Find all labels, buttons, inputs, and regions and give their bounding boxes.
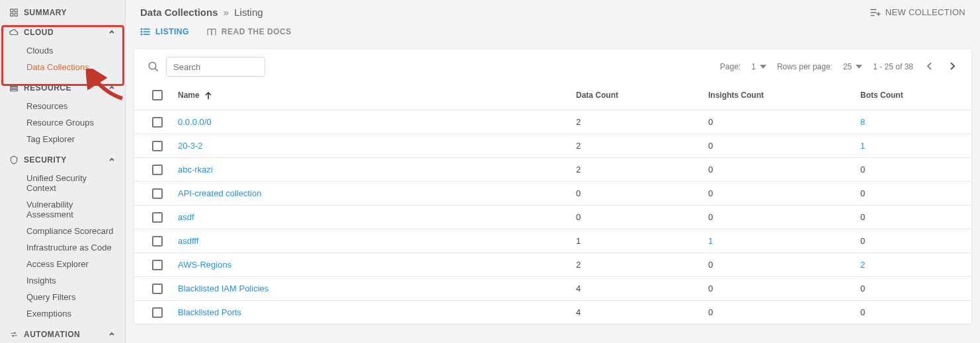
- sidebar-group-automation[interactable]: AUTOMATION: [0, 324, 125, 343]
- collection-name-link[interactable]: asdf: [178, 212, 194, 222]
- sidebar-item-data-collections[interactable]: Data Collections: [0, 59, 125, 75]
- collection-name-link[interactable]: asdfff: [178, 236, 198, 246]
- svg-rect-4: [11, 85, 18, 86]
- row-checkbox[interactable]: [152, 117, 163, 128]
- svg-rect-1: [15, 9, 17, 12]
- table-row: AWS-Regions202: [134, 252, 971, 276]
- bots-count-value[interactable]: 2: [860, 260, 865, 270]
- sidebar-item-vulnerability-assessment[interactable]: Vulnerability Assessment: [0, 196, 125, 223]
- listing-panel: Page: 1 Rows per page: 25 1 - 25 of 38: [134, 48, 972, 324]
- table-row: API-created collection000: [134, 181, 971, 205]
- collection-name-link[interactable]: 20-3-2: [178, 141, 203, 151]
- bots-count-value[interactable]: 8: [860, 117, 865, 127]
- data-count-value: 2: [576, 165, 581, 174]
- sidebar-item-resource-groups[interactable]: Resource Groups: [0, 114, 125, 131]
- sidebar-group-cloud[interactable]: CLOUD: [0, 22, 125, 42]
- sidebar-item-compliance-scorecard[interactable]: Compliance Scorecard: [0, 223, 125, 239]
- collection-name-link[interactable]: API-created collection: [178, 188, 261, 198]
- pager-rows-select[interactable]: 25: [843, 62, 862, 71]
- pager-next-button[interactable]: [946, 59, 958, 75]
- pager-prev-button[interactable]: [924, 59, 936, 75]
- collection-name-link[interactable]: 0.0.0.0/0: [178, 117, 212, 127]
- sidebar-item-resources[interactable]: Resources: [0, 98, 125, 114]
- chevron-right-icon: [949, 61, 956, 71]
- table-row: asdfff110: [134, 229, 971, 252]
- sidebar-item-query-filters[interactable]: Query Filters: [0, 289, 125, 305]
- chevron-left-icon: [926, 61, 933, 71]
- search-icon: [147, 61, 159, 73]
- row-checkbox[interactable]: [152, 307, 163, 318]
- select-all-checkbox[interactable]: [152, 90, 163, 100]
- sidebar-item-tag-explorer[interactable]: Tag Explorer: [0, 131, 125, 147]
- svg-point-16: [141, 31, 142, 32]
- data-count-value: 4: [576, 284, 581, 293]
- sidebar-summary[interactable]: SUMMARY: [0, 3, 125, 22]
- sidebar-item-infrastructure-as-code[interactable]: Infrastructure as Code: [0, 239, 125, 256]
- row-checkbox[interactable]: [152, 141, 163, 151]
- pager-page-label: Page:: [720, 62, 741, 71]
- col-bots-count-label: Bots Count: [860, 91, 903, 100]
- insights-count-value: 0: [708, 307, 713, 317]
- col-insights-count-label: Insights Count: [708, 91, 764, 100]
- sidebar-item-exemptions[interactable]: Exemptions: [0, 305, 125, 322]
- svg-point-20: [149, 62, 156, 69]
- sidebar-item-access-explorer[interactable]: Access Explorer: [0, 256, 125, 272]
- data-count-value: 0: [576, 212, 581, 222]
- new-collection-button[interactable]: NEW COLLECTION: [870, 7, 965, 17]
- insights-count-value: 0: [708, 284, 713, 293]
- pager: Page: 1 Rows per page: 25 1 - 25 of 38: [720, 59, 958, 75]
- chevron-up-icon: [108, 330, 116, 338]
- collection-name-link[interactable]: Blacklisted Ports: [178, 307, 241, 317]
- tab-listing[interactable]: LISTING: [140, 27, 189, 36]
- tab-docs-label: READ THE DOCS: [222, 27, 292, 36]
- col-name-header[interactable]: Name: [175, 91, 576, 100]
- data-count-value: 2: [576, 260, 581, 270]
- row-checkbox[interactable]: [152, 212, 163, 223]
- svg-rect-2: [11, 13, 13, 16]
- breadcrumb: Data Collections » Listing: [140, 7, 263, 18]
- sidebar-item-insights[interactable]: Insights: [0, 272, 125, 289]
- row-checkbox[interactable]: [152, 236, 163, 247]
- bots-count-value: 0: [860, 165, 865, 174]
- insights-count-value[interactable]: 1: [708, 236, 713, 246]
- pager-page-select[interactable]: 1: [751, 62, 766, 71]
- table-row: 20-3-2201: [134, 133, 971, 157]
- col-data-count-header[interactable]: Data Count: [576, 91, 708, 100]
- col-bots-count-header[interactable]: Bots Count: [860, 91, 966, 100]
- sidebar-group-label: RESOURCE: [24, 83, 71, 93]
- collections-table: Name Data Count Insights Count Bots Coun…: [134, 81, 971, 324]
- sidebar-item-clouds[interactable]: Clouds: [0, 42, 125, 59]
- svg-rect-0: [11, 9, 13, 12]
- pager-page-value: 1: [751, 62, 756, 71]
- svg-rect-5: [11, 87, 18, 89]
- sidebar-group-security[interactable]: SECURITY: [0, 150, 125, 170]
- caret-down-icon: [760, 65, 766, 69]
- bots-count-value: 0: [860, 284, 865, 293]
- sidebar-group-label: CLOUD: [24, 28, 54, 37]
- row-checkbox[interactable]: [152, 284, 163, 294]
- row-checkbox[interactable]: [152, 188, 163, 199]
- collection-name-link[interactable]: AWS-Regions: [178, 260, 231, 270]
- pager-range: 1 - 25 of 38: [873, 62, 913, 71]
- row-checkbox[interactable]: [152, 165, 163, 175]
- collection-name-link[interactable]: abc-rkazi: [178, 165, 213, 174]
- book-icon: [206, 27, 217, 36]
- tab-docs[interactable]: READ THE DOCS: [206, 27, 292, 36]
- search-input[interactable]: [166, 57, 265, 77]
- insights-count-value: 0: [708, 117, 713, 127]
- pager-rows-label: Rows per page:: [777, 62, 833, 71]
- insights-count-value: 0: [708, 165, 713, 174]
- insights-count-value: 0: [708, 260, 713, 270]
- table-row: Blacklisted Ports400: [134, 300, 971, 324]
- chevron-up-icon: [108, 28, 116, 36]
- sidebar-group-resource[interactable]: RESOURCE: [0, 78, 125, 98]
- collection-name-link[interactable]: Blacklisted IAM Policies: [178, 284, 268, 293]
- bots-count-value: 0: [860, 307, 865, 317]
- svg-line-21: [155, 68, 158, 71]
- col-insights-count-header[interactable]: Insights Count: [708, 91, 860, 100]
- sidebar-item-unified-security-context[interactable]: Unified Security Context: [0, 170, 125, 196]
- row-checkbox[interactable]: [152, 260, 163, 270]
- table-row: Blacklisted IAM Policies400: [134, 276, 971, 300]
- breadcrumb-separator: »: [221, 7, 231, 18]
- bots-count-value[interactable]: 1: [860, 141, 865, 151]
